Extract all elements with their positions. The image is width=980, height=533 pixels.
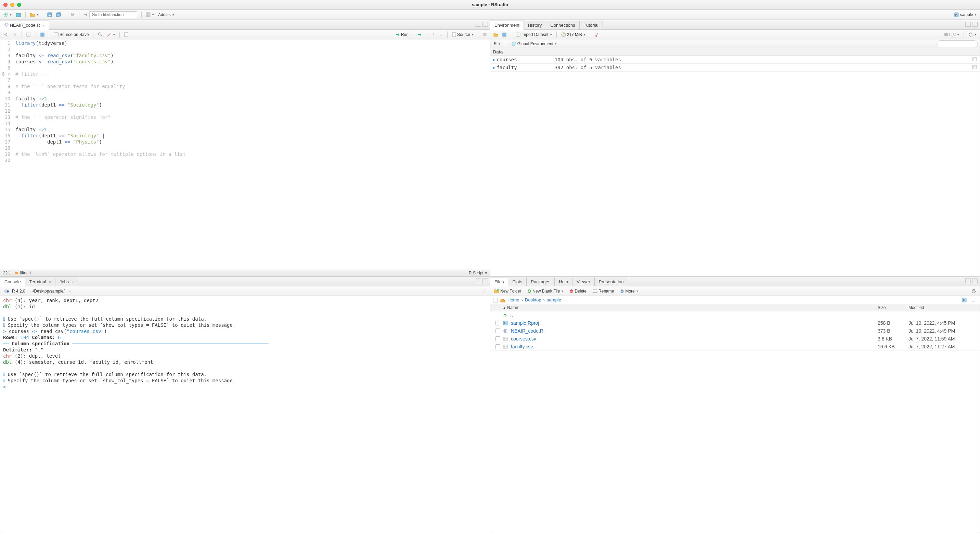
clear-console-button[interactable]: [481, 289, 488, 294]
run-button[interactable]: Run: [395, 32, 410, 37]
new-folder-button[interactable]: New Folder: [492, 288, 522, 294]
file-row[interactable]: Rsample.Rproj 258 B Jul 10, 2022, 4:45 P…: [490, 319, 980, 327]
rename-button[interactable]: Rename: [591, 288, 615, 294]
show-in-window-button[interactable]: [25, 32, 32, 37]
maximize-pane-icon[interactable]: [482, 278, 488, 283]
file-row[interactable]: faculty.csv 16.6 KB Jul 7, 2022, 11:27 A…: [490, 343, 980, 351]
working-dir[interactable]: ~/Desktop/sample/: [30, 289, 65, 294]
close-window-button[interactable]: [3, 3, 8, 7]
sort-by-modified[interactable]: Modified: [908, 305, 977, 310]
env-row[interactable]: ▶ faculty 392 obs. of 5 variables: [490, 64, 980, 72]
maximize-pane-icon[interactable]: [972, 278, 978, 283]
expand-icon[interactable]: ▶: [493, 57, 495, 62]
more-path-button[interactable]: …: [970, 297, 977, 303]
minimize-pane-icon[interactable]: [965, 278, 971, 283]
file-checkbox[interactable]: [495, 321, 500, 326]
go-to-file-input[interactable]: [89, 11, 137, 18]
minimize-pane-icon[interactable]: [965, 22, 971, 27]
print-button[interactable]: [69, 12, 76, 18]
code-editor[interactable]: 1 2 3 4 5 6 ▾ 7 8 9 10 11 12 13 14 15 16…: [0, 39, 490, 269]
file-checkbox[interactable]: [495, 329, 500, 333]
save-button[interactable]: [46, 12, 53, 18]
file-link[interactable]: faculty.csv: [511, 344, 533, 349]
file-row[interactable]: courses.csv 3.8 KB Jul 7, 2022, 11:59 AM: [490, 335, 980, 343]
save-workspace-button[interactable]: [501, 32, 508, 37]
home-icon[interactable]: [500, 298, 505, 302]
nav-forward-button[interactable]: [11, 32, 18, 37]
find-button[interactable]: [97, 32, 104, 37]
go-to-project-dir-button[interactable]: R: [961, 297, 968, 303]
file-row[interactable]: RNEAIR_code.R 373 B Jul 10, 2022, 4:49 P…: [490, 327, 980, 335]
import-dataset-button[interactable]: Import Dataset▾: [515, 32, 553, 37]
view-data-icon[interactable]: [972, 65, 977, 70]
go-down-button[interactable]: [438, 32, 444, 37]
clear-workspace-button[interactable]: [594, 32, 601, 37]
language-dropdown[interactable]: R▾: [492, 41, 502, 47]
view-mode-dropdown[interactable]: List▾: [943, 32, 960, 37]
env-row[interactable]: ▶ courses 104 obs. of 6 variables: [490, 56, 980, 64]
refresh-files-button[interactable]: [970, 288, 978, 294]
new-file-button[interactable]: ▾: [2, 12, 13, 18]
close-icon[interactable]: ×: [72, 280, 73, 284]
expand-icon[interactable]: ▶: [493, 65, 495, 70]
maximize-pane-icon[interactable]: [972, 22, 978, 27]
close-icon[interactable]: ×: [49, 280, 51, 284]
tab-presentation[interactable]: Presentation: [595, 278, 628, 286]
new-blank-file-button[interactable]: New Blank File▾: [526, 288, 565, 294]
source-dropdown-button[interactable]: Source▾: [451, 32, 475, 37]
delete-file-button[interactable]: Delete: [568, 288, 588, 294]
tab-files[interactable]: Files: [490, 277, 508, 286]
minimize-window-button[interactable]: [10, 3, 14, 7]
tab-tutorial[interactable]: Tutorial: [580, 21, 603, 29]
file-row-up[interactable]: ..: [490, 311, 980, 319]
sort-by-name[interactable]: ▲ Name: [503, 305, 878, 310]
tab-history[interactable]: History: [524, 21, 546, 29]
breadcrumb-link[interactable]: Home: [508, 297, 519, 302]
open-file-button[interactable]: ▾: [29, 12, 40, 18]
zoom-window-button[interactable]: [17, 3, 21, 7]
minimize-pane-icon[interactable]: [476, 278, 481, 283]
go-to-wd-button[interactable]: [67, 289, 73, 293]
addins-button[interactable]: Addins▾: [157, 12, 175, 18]
workspace-panes-button[interactable]: ▾: [145, 12, 155, 18]
refresh-env-button[interactable]: ▾: [967, 32, 978, 37]
tab-packages[interactable]: Packages: [527, 278, 555, 286]
file-checkbox[interactable]: [495, 337, 500, 341]
save-all-button[interactable]: [55, 12, 63, 18]
nav-back-button[interactable]: [2, 32, 9, 37]
file-checkbox[interactable]: [495, 344, 500, 349]
breadcrumb-link[interactable]: sample: [547, 297, 561, 302]
load-workspace-button[interactable]: [492, 32, 499, 37]
go-up-button[interactable]: [431, 32, 436, 37]
tab-viewer[interactable]: Viewer: [573, 278, 595, 286]
tab-help[interactable]: Help: [555, 278, 573, 286]
tab-console[interactable]: Console: [0, 277, 25, 286]
outline-button[interactable]: [482, 32, 488, 37]
env-search[interactable]: [937, 40, 978, 47]
source-tab[interactable]: R NEAIR_code.R ×: [0, 21, 49, 30]
memory-usage[interactable]: 217 MiB▾: [560, 32, 587, 37]
compile-report-button[interactable]: [123, 32, 129, 37]
file-type[interactable]: R Script ⇕: [469, 271, 487, 275]
console-output[interactable]: chr (4): year, rank, dept1, dept2 dbl (1…: [0, 296, 490, 533]
code-tools-button[interactable]: ▾: [106, 32, 116, 37]
close-tab-icon[interactable]: ×: [43, 23, 45, 27]
maximize-pane-icon[interactable]: [482, 22, 488, 27]
tab-connections[interactable]: Connections: [546, 21, 579, 29]
breadcrumb-link[interactable]: Desktop: [525, 297, 541, 302]
file-link[interactable]: sample.Rproj: [511, 320, 539, 326]
tab-terminal[interactable]: Terminal ×: [25, 278, 56, 286]
tab-environment[interactable]: Environment: [490, 21, 524, 30]
source-on-save-toggle[interactable]: Source on Save: [53, 32, 90, 37]
save-source-button[interactable]: [39, 32, 46, 37]
project-dropdown[interactable]: R sample▾: [953, 12, 978, 18]
file-link[interactable]: courses.csv: [511, 336, 536, 342]
new-project-button[interactable]: [14, 12, 22, 18]
sort-by-size[interactable]: Size: [878, 305, 908, 310]
select-all-checkbox[interactable]: [493, 298, 498, 302]
env-search-input[interactable]: [937, 40, 978, 47]
view-data-icon[interactable]: [972, 57, 977, 62]
tab-plots[interactable]: Plots: [508, 278, 527, 286]
rerun-button[interactable]: [417, 32, 424, 37]
go-to-file-button[interactable]: [82, 11, 138, 19]
